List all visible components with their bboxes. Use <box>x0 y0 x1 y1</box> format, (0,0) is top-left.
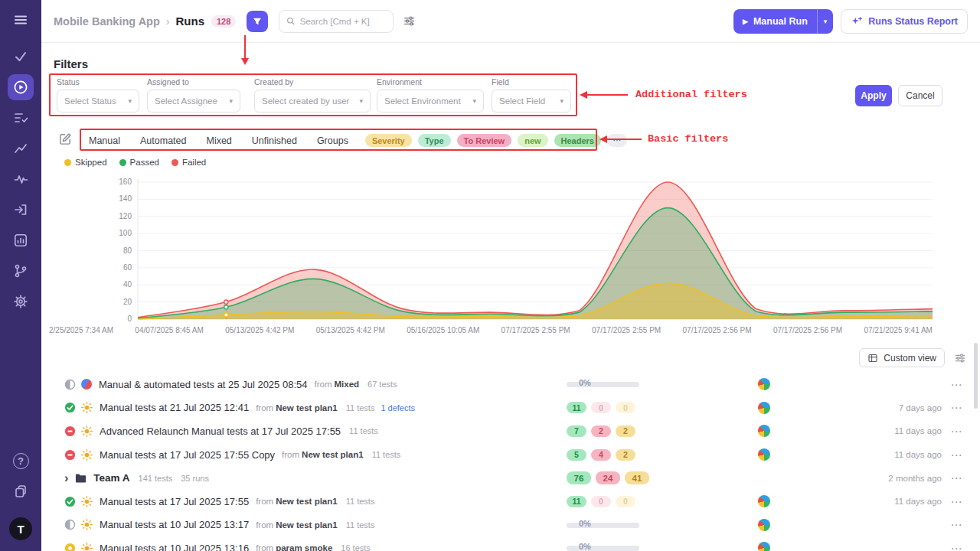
main-content: Filters Status Select Status ▾ Assigned … <box>41 43 980 551</box>
run-row[interactable]: Manual tests at 17 Jul 2025 17:55 fromNe… <box>54 490 968 514</box>
sidebar-item-tests[interactable] <box>8 44 34 70</box>
group-title[interactable]: Team A <box>93 472 129 484</box>
from-label: from <box>314 380 332 389</box>
mixed-run-icon <box>81 379 92 390</box>
skipped-count-pill: 0 <box>616 402 635 413</box>
run-row[interactable]: Manual tests at 10 Jul 2025 13:16 frompa… <box>54 536 968 551</box>
run-stats: 11 0 0 <box>567 402 704 413</box>
compose-icon[interactable] <box>58 132 73 146</box>
filter-toggle-button[interactable] <box>247 11 268 32</box>
manual-run-dropdown[interactable]: ▾ <box>817 9 834 34</box>
passed-count-pill: 76 <box>567 471 591 484</box>
run-tests-count: 11 tests <box>346 497 375 506</box>
help-button[interactable]: ? <box>8 448 34 474</box>
sidebar-item-reports[interactable] <box>8 227 34 253</box>
runs-count-badge: 128 <box>211 15 236 28</box>
run-title[interactable]: Advanced Relaunch Manual tests at 17 Jul… <box>100 425 341 437</box>
search-filters-icon[interactable] <box>403 15 416 28</box>
annotation-arrow-left-line <box>606 139 642 140</box>
copy-icon <box>13 484 28 499</box>
expand-chevron-icon[interactable]: › <box>64 472 68 484</box>
manual-run-button[interactable]: ▶ Manual Run ▾ <box>733 9 833 34</box>
run-tests-count: 11 tests <box>346 520 375 530</box>
svg-text:0: 0 <box>127 315 132 323</box>
sidebar-item-import[interactable] <box>8 197 34 223</box>
browsers-icon <box>758 542 770 551</box>
from-label: from <box>256 543 273 551</box>
legend-dot <box>172 159 178 166</box>
progress-bar: 0% <box>567 542 639 551</box>
run-title[interactable]: Manual tests at 10 Jul 2025 13:16 <box>100 543 249 551</box>
cancel-button[interactable]: Cancel <box>898 85 942 106</box>
skipped-count-pill: 2 <box>616 449 635 461</box>
x-axis-label: 07/17/2025 2:56 PM <box>773 326 842 334</box>
group-row[interactable]: › Team A 141 tests 35 runs 76 24 41 2 mo… <box>54 466 968 490</box>
apply-button[interactable]: Apply <box>855 85 892 106</box>
table-view-icon <box>867 353 878 364</box>
runs-status-report-button[interactable]: Runs Status Report <box>841 9 968 34</box>
sidebar-item-runs[interactable] <box>8 74 34 100</box>
run-stats: 5 4 2 <box>567 449 704 461</box>
sidebar-item-analytics[interactable] <box>8 135 34 161</box>
app-logo[interactable]: T <box>9 517 32 540</box>
breadcrumb-section: Runs <box>176 15 205 28</box>
run-title[interactable]: Manual & automated tests at 25 Jul 2025 … <box>99 379 307 390</box>
browsers-icon <box>758 448 770 461</box>
run-row[interactable]: Manual & automated tests at 25 Jul 2025 … <box>54 373 968 396</box>
annotation-box-additional-filters <box>49 73 577 116</box>
svg-text:40: 40 <box>123 280 132 289</box>
menu-toggle-icon[interactable] <box>13 12 28 31</box>
run-age: 2 months ago <box>888 474 942 483</box>
progress-bar: 0% <box>567 378 639 390</box>
run-age: 11 days ago <box>894 450 942 459</box>
skipped-count-pill: 2 <box>616 425 635 437</box>
row-menu-button[interactable]: ⋯ <box>946 517 966 533</box>
activity-icon <box>13 171 28 187</box>
breadcrumb-project[interactable]: Mobile Banking App <box>54 15 160 28</box>
list-settings-icon[interactable] <box>954 352 966 364</box>
x-axis-label: 07/17/2025 2:55 PM <box>501 326 570 334</box>
docs-button[interactable] <box>8 478 34 504</box>
run-row[interactable]: Manual tests at 21 Jul 2025 12:41 fromNe… <box>54 396 968 420</box>
sidebar-item-test-plans[interactable] <box>8 105 34 131</box>
status-passed-icon <box>64 402 76 413</box>
help-icon: ? <box>13 453 29 469</box>
run-title[interactable]: Manual tests at 21 Jul 2025 12:41 <box>100 402 249 413</box>
sidebar-item-settings[interactable] <box>8 289 34 315</box>
custom-view-button[interactable]: Custom view <box>859 348 945 367</box>
x-axis-labels: 2/25/2025 7:34 AM04/07/2025 8:45 AM05/13… <box>49 326 933 334</box>
x-axis-label: 07/17/2025 2:56 PM <box>683 326 752 334</box>
defects-link[interactable]: 1 defects <box>381 403 415 412</box>
more-tags-button[interactable]: ⋯ <box>607 134 627 147</box>
manual-run-icon <box>81 449 93 461</box>
row-menu-button[interactable]: ⋯ <box>946 400 966 416</box>
svg-text:120: 120 <box>119 212 132 220</box>
svg-text:20: 20 <box>123 298 132 306</box>
status-failed-icon <box>64 425 76 437</box>
row-menu-button[interactable]: ⋯ <box>946 471 966 486</box>
x-axis-label: 2/25/2025 7:34 AM <box>49 326 113 334</box>
row-menu-button[interactable]: ⋯ <box>946 377 966 392</box>
run-row[interactable]: Advanced Relaunch Manual tests at 17 Jul… <box>54 419 968 443</box>
annotation-arrow-down-head <box>241 58 249 65</box>
run-title[interactable]: Manual tests at 17 Jul 2025 17:55 <box>100 496 249 507</box>
row-menu-button[interactable]: ⋯ <box>946 447 966 462</box>
row-menu-button[interactable]: ⋯ <box>946 540 966 551</box>
x-axis-label: 07/17/2025 2:55 PM <box>592 326 661 334</box>
search-input[interactable] <box>300 17 387 26</box>
scrollbar-thumb[interactable] <box>974 343 978 409</box>
from-value: Mixed <box>334 380 359 389</box>
row-menu-button[interactable]: ⋯ <box>946 423 966 439</box>
from-value: param smoke <box>276 543 332 551</box>
run-title[interactable]: Manual tests at 17 Jul 2025 17:55 Copy <box>100 449 275 461</box>
run-row[interactable]: Manual tests at 17 Jul 2025 17:55 Copy f… <box>54 443 968 467</box>
run-title[interactable]: Manual tests at 10 Jul 2025 13:17 <box>100 519 249 530</box>
trend-line-icon <box>13 141 28 156</box>
from-label: from <box>282 450 299 459</box>
browsers-icon <box>758 495 770 507</box>
svg-text:60: 60 <box>123 263 132 272</box>
sidebar-item-branches[interactable] <box>8 258 34 284</box>
row-menu-button[interactable]: ⋯ <box>946 494 966 509</box>
run-row[interactable]: Manual tests at 10 Jul 2025 13:17 fromNe… <box>54 514 968 537</box>
sidebar-item-pulse[interactable] <box>8 166 34 192</box>
